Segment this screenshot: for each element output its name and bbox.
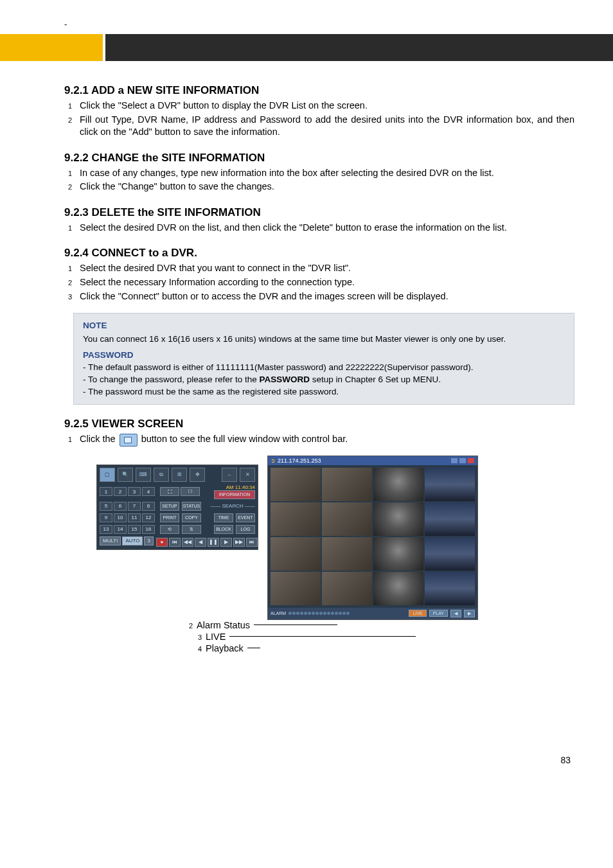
viewer-lead-post: button to see the full view window with … bbox=[141, 434, 348, 444]
log-button: LOG bbox=[236, 525, 255, 534]
auto-button: AUTO bbox=[122, 536, 143, 545]
list-text: Select the necessary Information accordi… bbox=[80, 276, 574, 289]
list-text: In case of any changes, type new informa… bbox=[80, 167, 574, 180]
camera-tile bbox=[425, 537, 475, 571]
channel-number-grid: 1 2 3 4 bbox=[100, 487, 157, 496]
maximize-icon bbox=[459, 457, 466, 464]
channel-cell: 2 bbox=[114, 487, 127, 496]
list-number: 2 bbox=[68, 276, 80, 289]
copy-icon: ⧉ bbox=[154, 468, 169, 482]
last-icon: ⏭ bbox=[246, 538, 258, 547]
callout-line bbox=[229, 636, 416, 637]
ptz-icon: ✥ bbox=[190, 468, 205, 482]
event-button: EVENT bbox=[236, 513, 255, 522]
close-icon bbox=[467, 457, 475, 464]
alarm-dot bbox=[315, 612, 319, 615]
list-number: 1 bbox=[68, 167, 80, 180]
heading-923: 9.2.3 DELETE the SITE INFORMATION bbox=[64, 206, 574, 219]
channel-cell: 6 bbox=[114, 502, 127, 511]
password-line-2: - To change the password, please refer t… bbox=[83, 374, 565, 386]
heading-922: 9.2.2 CHANGE the SITE INFORMATION bbox=[64, 152, 574, 164]
pw2-pre: - To change the password, please refer t… bbox=[83, 375, 259, 384]
channel-cell: 1 bbox=[100, 487, 112, 496]
channel-number-grid: 9 10 11 12 bbox=[100, 513, 157, 522]
channel-cell: 7 bbox=[128, 502, 141, 511]
rewind-icon: ◀◀ bbox=[182, 538, 193, 547]
callout-label: Playback bbox=[206, 643, 244, 653]
live-button: LIVE bbox=[409, 610, 426, 617]
step-fwd-icon: ▶ bbox=[464, 610, 475, 617]
list-item: 1 In case of any changes, type new infor… bbox=[68, 167, 574, 180]
keyboard-icon: ⌨ bbox=[136, 468, 151, 482]
note-box: NOTE You can connect 16 x 16(16 users x … bbox=[73, 313, 574, 405]
viewer-window-figure: ➲ 211.174.251.253 bbox=[267, 456, 478, 620]
header-accent-block bbox=[0, 34, 103, 61]
list-number: 1 bbox=[68, 433, 80, 446]
header-band bbox=[0, 34, 613, 61]
list-924: 1 Select the desired DVR that you want t… bbox=[68, 262, 574, 303]
alarm-dot bbox=[339, 612, 342, 615]
callout-line bbox=[247, 648, 260, 648]
alarm-label: ALARM bbox=[271, 611, 286, 616]
camera-tile bbox=[373, 537, 423, 571]
smallbtn-b: ☐ bbox=[181, 487, 200, 496]
list-number: 1 bbox=[68, 222, 80, 235]
list-number: 3 bbox=[68, 290, 80, 303]
pw2-bold: PASSWORD bbox=[259, 375, 310, 384]
camera-tile bbox=[425, 468, 475, 501]
alarm-indicator-row bbox=[289, 612, 350, 615]
page-number: 83 bbox=[64, 755, 571, 765]
list-item: 1 Select the desired DVR on the list, an… bbox=[68, 222, 574, 235]
list-number: 1 bbox=[68, 100, 80, 112]
list-925: 1 Click the button to see the full view … bbox=[68, 433, 574, 446]
list-number: 2 bbox=[68, 181, 80, 193]
camera-tile bbox=[271, 468, 321, 501]
pw2-post: setup in Chapter 6 Set up MENU. bbox=[310, 375, 441, 384]
callout-label: Alarm Status bbox=[197, 620, 250, 630]
information-button: INFORMATION bbox=[214, 490, 255, 499]
minimize-icon bbox=[450, 457, 458, 464]
callout-number: 2 bbox=[184, 621, 193, 630]
note-title: NOTE bbox=[83, 320, 565, 332]
record-icon: ● bbox=[156, 538, 168, 547]
alarm-dot bbox=[331, 612, 334, 615]
extra-button-a: ⟲ bbox=[160, 525, 179, 534]
pause-icon: ❚❚ bbox=[208, 538, 219, 547]
first-icon: ⏮ bbox=[169, 538, 181, 547]
alarm-dot bbox=[296, 612, 299, 615]
channel-cell: 13 bbox=[100, 525, 112, 534]
alarm-dot bbox=[346, 612, 350, 615]
list-923: 1 Select the desired DVR on the list, an… bbox=[68, 222, 574, 235]
channel-cell: 10 bbox=[114, 513, 127, 522]
step-back-icon: ◀ bbox=[450, 610, 461, 617]
camera-tile bbox=[322, 468, 372, 501]
viewer-ip: 211.174.251.253 bbox=[278, 457, 321, 464]
list-item: 1 Click the button to see the full view … bbox=[68, 433, 574, 446]
callout-row: 3 LIVE bbox=[193, 632, 416, 642]
list-text: Select the desired DVR that you want to … bbox=[80, 262, 574, 275]
search-label: —— SEARCH —— bbox=[210, 503, 255, 509]
channel-cell: 4 bbox=[142, 487, 155, 496]
list-item: 1 Click the "Select a DVR" button to dis… bbox=[68, 100, 574, 112]
viewer-titlebar: ➲ 211.174.251.253 bbox=[268, 456, 477, 465]
channel-cell: 15 bbox=[128, 525, 141, 534]
speed-value: 3 bbox=[144, 536, 153, 545]
channel-number-grid: 5 6 7 8 bbox=[100, 502, 157, 511]
extra-button-b: ⇅ bbox=[182, 525, 201, 534]
camera-tile bbox=[271, 502, 321, 536]
list-text: Click the "Select a DVR" button to displ… bbox=[80, 100, 574, 112]
heading-925: 9.2.5 VIEWER SCREEN bbox=[64, 418, 574, 430]
smallbtn-a: ⛶ bbox=[160, 487, 179, 496]
top-marker: - bbox=[0, 0, 613, 29]
channel-number-grid: 13 14 15 16 bbox=[100, 525, 157, 534]
camera-tile bbox=[425, 502, 475, 536]
list-number: 1 bbox=[68, 262, 80, 275]
viewer-title-arrow-icon: ➲ bbox=[271, 457, 276, 464]
print-button: PRINT bbox=[160, 513, 179, 522]
password-title: PASSWORD bbox=[83, 350, 565, 362]
list-text: Fill out Type, DVR Name, IP address and … bbox=[80, 114, 574, 139]
status-button: STATUS bbox=[182, 502, 201, 511]
password-line-3: - The password must be the same as the r… bbox=[83, 386, 565, 398]
alarm-dot bbox=[323, 612, 326, 615]
alarm-dot bbox=[319, 612, 323, 615]
